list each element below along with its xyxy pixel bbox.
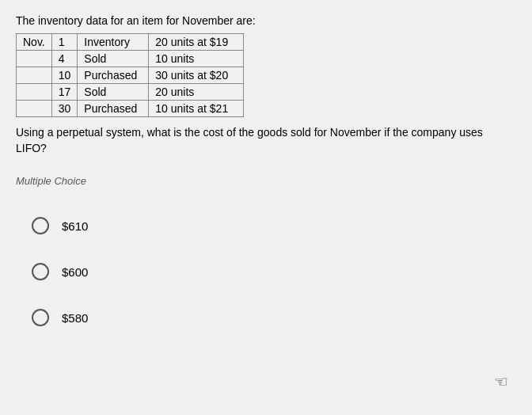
intro-text: The inventory data for an item for Novem…	[16, 14, 516, 27]
option-label-1: $610	[62, 219, 88, 233]
table-cell: Sold	[78, 51, 149, 67]
table-cell: 30 units at $20	[149, 67, 244, 84]
table-cell: 20 units at $19	[149, 34, 244, 51]
table-cell	[17, 101, 52, 117]
table-cell: 10 units at $21	[149, 101, 244, 117]
table-cell: 1	[51, 34, 78, 51]
option-label-3: $580	[62, 311, 88, 325]
option-3[interactable]: $580	[16, 295, 516, 341]
option-2[interactable]: $600	[16, 249, 516, 295]
table-cell: Sold	[78, 84, 149, 101]
option-label-2: $600	[62, 265, 88, 279]
table-cell: 20 units	[149, 84, 244, 101]
table-cell: Purchased	[78, 101, 149, 117]
inventory-table: Nov.1Inventory20 units at $194Sold10 uni…	[16, 33, 244, 117]
table-cell: Purchased	[78, 67, 149, 84]
options-container: $610 $600 $580	[16, 203, 516, 341]
radio-2[interactable]	[32, 263, 49, 280]
table-cell: 4	[51, 51, 78, 67]
table-cell: 17	[51, 84, 78, 101]
option-1[interactable]: $610	[16, 203, 516, 249]
multiple-choice-label: Multiple Choice	[16, 175, 516, 187]
question-text: Using a perpetual system, what is the co…	[16, 125, 516, 156]
table-cell: 30	[51, 101, 78, 117]
radio-1[interactable]	[32, 217, 49, 234]
table-cell	[17, 84, 52, 101]
table-cell: 10 units	[149, 51, 244, 67]
radio-3[interactable]	[32, 309, 49, 326]
table-cell	[17, 51, 52, 67]
table-cell: Nov.	[17, 34, 52, 51]
table-cell: 10	[51, 67, 78, 84]
table-cell: Inventory	[78, 34, 149, 51]
cursor-icon: ☜	[494, 372, 508, 391]
table-cell	[17, 67, 52, 84]
